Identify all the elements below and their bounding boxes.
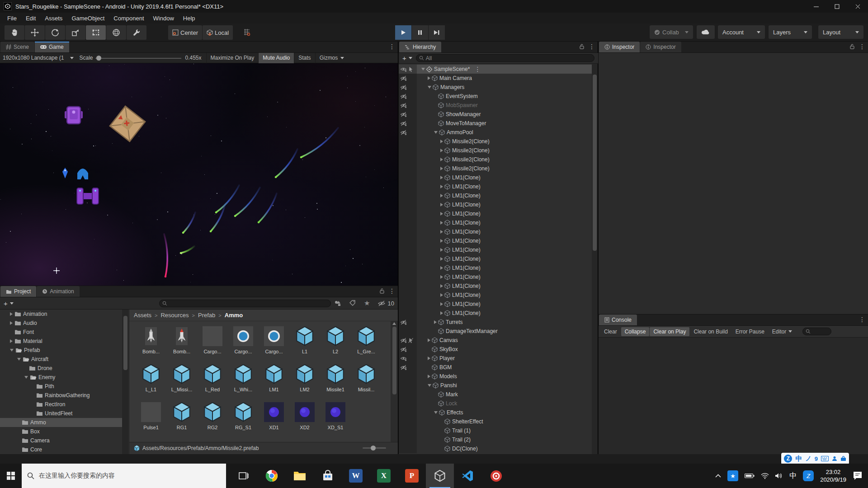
- menu-edit[interactable]: Edit: [21, 13, 40, 23]
- lock-icon[interactable]: [850, 44, 854, 49]
- visibility-gutter[interactable]: [399, 399, 417, 408]
- layers-dropdown[interactable]: Layers: [769, 25, 812, 39]
- project-search-input[interactable]: [159, 300, 331, 307]
- lock-icon[interactable]: [580, 44, 584, 49]
- hierarchy-row[interactable]: LM1(Clone): [399, 173, 592, 182]
- tree-scrollbar[interactable]: [122, 310, 128, 454]
- hierarchy-scrollbar[interactable]: [592, 64, 598, 454]
- visibility-gutter[interactable]: [399, 272, 417, 282]
- visibility-gutter[interactable]: [399, 309, 417, 318]
- wifi-icon[interactable]: [761, 473, 769, 479]
- hierarchy-row[interactable]: SkyBox: [399, 345, 592, 354]
- transform-tool-button[interactable]: [106, 25, 126, 40]
- game-button-mute-audio[interactable]: Mute Audio: [258, 53, 294, 63]
- layout-dropdown[interactable]: Layout: [818, 25, 863, 39]
- visibility-gutter[interactable]: [399, 254, 417, 263]
- taskbar-app-explorer[interactable]: [286, 464, 314, 488]
- tab-scene[interactable]: Scene: [0, 42, 34, 52]
- move-tool-button[interactable]: [25, 25, 45, 40]
- create-object-button[interactable]: +: [402, 54, 412, 62]
- visibility-gutter[interactable]: [399, 227, 417, 236]
- hierarchy-row[interactable]: LM1(Clone): [399, 282, 592, 291]
- folder-row-camera[interactable]: Camera: [0, 436, 122, 445]
- game-panel-menu-icon[interactable]: ⋮: [389, 43, 395, 50]
- hierarchy-row[interactable]: LM1(Clone): [399, 300, 592, 309]
- tab-project[interactable]: Project: [0, 286, 36, 297]
- visibility-gutter[interactable]: [399, 119, 417, 128]
- scale-tool-button[interactable]: [66, 25, 85, 40]
- game-button-gizmos[interactable]: Gizmos: [315, 53, 349, 63]
- ime-user-icon[interactable]: [832, 456, 837, 461]
- taskbar-app-chrome[interactable]: [258, 464, 286, 488]
- hidden-count-toggle[interactable]: 10: [378, 300, 394, 307]
- folder-row-audio[interactable]: Audio: [0, 319, 122, 328]
- taskbar-app-excel[interactable]: X: [370, 464, 398, 488]
- lock-icon[interactable]: [380, 288, 384, 294]
- asset-item-xd1[interactable]: XD1: [259, 402, 289, 436]
- folder-row-animation[interactable]: Animation: [0, 310, 122, 319]
- taskbar-app-powerpoint[interactable]: P: [398, 464, 426, 488]
- account-dropdown[interactable]: Account: [718, 25, 765, 39]
- breadcrumb-segment[interactable]: Prefab: [198, 312, 215, 319]
- visibility-gutter[interactable]: [399, 92, 417, 101]
- visibility-gutter[interactable]: [399, 128, 417, 137]
- hierarchy-row[interactable]: Missile2(Clone): [399, 146, 592, 155]
- hierarchy-row[interactable]: DC(Clone): [399, 444, 592, 453]
- taskbar-app-vscode[interactable]: [454, 464, 482, 488]
- minimize-button[interactable]: [806, 0, 826, 13]
- visibility-gutter[interactable]: [399, 209, 417, 218]
- console-search-input[interactable]: [802, 328, 831, 335]
- hierarchy-row[interactable]: Turrets: [399, 318, 592, 327]
- folder-row-rectiron[interactable]: RectIron: [0, 400, 122, 409]
- asset-item-cargo[interactable]: Cargo...: [259, 326, 289, 360]
- visibility-gutter[interactable]: [399, 65, 417, 74]
- hierarchy-row[interactable]: AmmoPool: [399, 128, 592, 137]
- ime-logo-icon[interactable]: Z: [784, 455, 792, 463]
- hierarchy-row[interactable]: DamageTextManager: [399, 327, 592, 336]
- hierarchy-row[interactable]: LM1(Clone): [399, 309, 592, 318]
- visibility-gutter[interactable]: [399, 363, 417, 372]
- visibility-gutter[interactable]: [399, 74, 417, 83]
- maximize-button[interactable]: [826, 0, 847, 13]
- hierarchy-row[interactable]: Trail (1): [399, 426, 592, 435]
- folder-row-drone[interactable]: Drone: [0, 364, 122, 373]
- search-by-label-icon[interactable]: [349, 300, 356, 306]
- hand-tool-button[interactable]: [5, 25, 24, 40]
- taskbar-app-word[interactable]: W: [342, 464, 370, 488]
- asset-item-rg2[interactable]: RG2: [197, 402, 228, 436]
- hierarchy-row[interactable]: LM1(Clone): [399, 236, 592, 245]
- asset-item-l_missi[interactable]: L_Missi...: [166, 364, 197, 398]
- ime-language-indicator[interactable]: 中: [789, 471, 797, 481]
- visibility-gutter[interactable]: [399, 155, 417, 164]
- collab-dropdown[interactable]: Collab: [650, 25, 693, 39]
- game-viewport[interactable]: [0, 63, 398, 286]
- hierarchy-row[interactable]: Managers: [399, 83, 592, 92]
- tab-inspector-2[interactable]: Inspector: [640, 42, 681, 52]
- breadcrumb-segment[interactable]: Ammo: [225, 312, 243, 319]
- custom-tool-button[interactable]: [127, 25, 146, 40]
- hierarchy-row[interactable]: MoveToManager: [399, 119, 592, 128]
- menu-window[interactable]: Window: [149, 13, 179, 23]
- play-button[interactable]: [395, 25, 411, 40]
- close-button[interactable]: [847, 0, 868, 13]
- tray-messenger-icon[interactable]: ★: [727, 470, 738, 481]
- pause-button[interactable]: [412, 25, 428, 40]
- ime-9key-icon[interactable]: 9: [815, 455, 818, 462]
- hierarchy-row[interactable]: Missile2(Clone): [399, 137, 592, 146]
- hierarchy-row[interactable]: Panshi: [399, 381, 592, 390]
- hierarchy-row[interactable]: EventSystem: [399, 92, 592, 101]
- visibility-gutter[interactable]: [399, 245, 417, 254]
- visibility-gutter[interactable]: [399, 345, 417, 354]
- menu-assets[interactable]: Assets: [40, 13, 67, 23]
- rotate-tool-button[interactable]: [45, 25, 65, 40]
- favorites-star-icon[interactable]: ★: [364, 299, 370, 307]
- cloud-button[interactable]: [697, 25, 715, 39]
- console-button-editor[interactable]: Editor: [769, 327, 796, 336]
- console-button-collapse[interactable]: Collapse: [621, 327, 650, 336]
- thumbnail-size-knob[interactable]: [371, 446, 376, 450]
- tab-inspector-1[interactable]: Inspector: [599, 42, 640, 52]
- visibility-gutter[interactable]: [399, 282, 417, 291]
- visibility-gutter[interactable]: [399, 354, 417, 363]
- console-panel-menu-icon[interactable]: ⋮: [859, 316, 865, 323]
- visibility-gutter[interactable]: [399, 146, 417, 155]
